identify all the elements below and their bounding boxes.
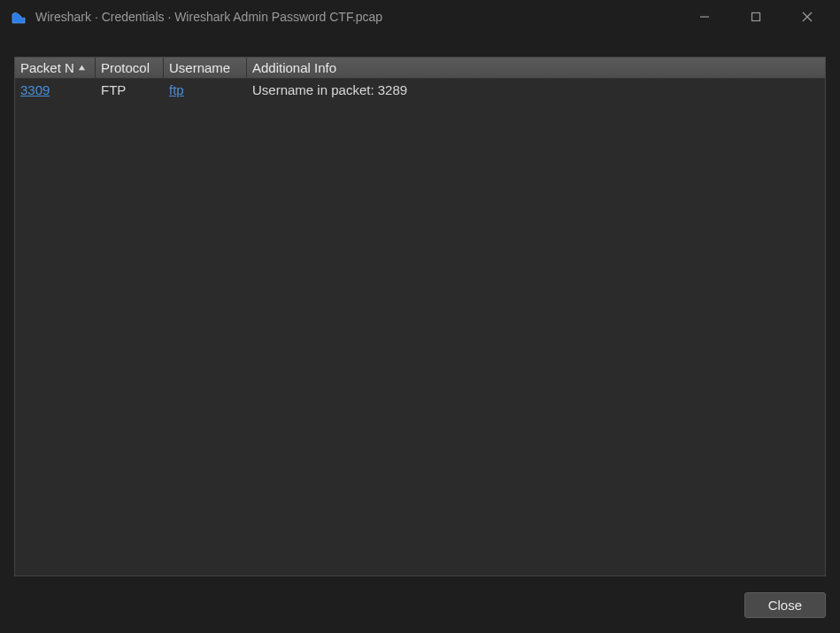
column-header-label: Username — [169, 60, 230, 75]
credentials-table: Packet N Protocol Username Additional In… — [14, 57, 826, 576]
maximize-button[interactable] — [730, 0, 782, 34]
column-header-protocol[interactable]: Protocol — [96, 58, 164, 78]
column-header-info[interactable]: Additional Info — [247, 58, 825, 78]
close-button[interactable]: Close — [744, 592, 826, 618]
cell-username: ftp — [164, 81, 247, 99]
table-header: Packet N Protocol Username Additional In… — [15, 58, 825, 79]
window-title: Wireshark · Credentials · Wireshark Admi… — [35, 10, 679, 24]
cell-protocol: FTP — [96, 81, 164, 99]
close-window-button[interactable] — [782, 0, 833, 34]
column-header-packet[interactable]: Packet N — [15, 58, 96, 78]
table-body: 3309 FTP ftp Username in packet: 3289 — [15, 79, 825, 100]
titlebar: Wireshark · Credentials · Wireshark Admi… — [0, 0, 840, 34]
content-area: Packet N Protocol Username Additional In… — [0, 34, 840, 633]
wireshark-icon — [11, 9, 27, 25]
column-header-username[interactable]: Username — [164, 58, 247, 78]
column-header-label: Protocol — [101, 60, 150, 75]
dialog-footer: Close — [14, 576, 826, 621]
minimize-button[interactable] — [679, 0, 730, 34]
cell-info: Username in packet: 3289 — [247, 81, 825, 99]
cell-packet: 3309 — [15, 81, 96, 99]
svg-rect-1 — [752, 13, 760, 21]
column-header-label: Packet N — [20, 60, 74, 75]
packet-link[interactable]: 3309 — [20, 82, 50, 97]
table-row[interactable]: 3309 FTP ftp Username in packet: 3289 — [15, 79, 825, 100]
sort-ascending-icon — [78, 64, 86, 72]
column-header-label: Additional Info — [252, 60, 336, 75]
window-controls — [679, 0, 833, 34]
username-link[interactable]: ftp — [169, 82, 184, 97]
